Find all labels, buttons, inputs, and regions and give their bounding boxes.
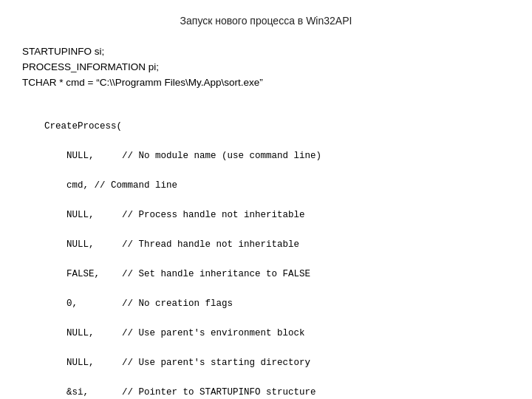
code-block: CreateProcess( NULL, // No module name (… (22, 104, 510, 399)
code-line-4: NULL, // Thread handle not inheritable (44, 239, 299, 250)
page-title: Запуск нового процесса в Win32API (22, 15, 510, 27)
code-line-5: FALSE, // Set handle inheritance to FALS… (44, 269, 310, 279)
code-line-1: NULL, // No module name (use command lin… (44, 151, 321, 161)
code-line-7: NULL, // Use parent's environment block (44, 328, 305, 338)
code-line-9: &si, // Pointer to STARTUPINFO structure (44, 387, 316, 398)
declaration-line-3: TCHAR * cmd = “C:\\Programm Files\My.App… (22, 75, 510, 91)
function-open: CreateProcess( (44, 121, 122, 132)
code-line-6: 0, // No creation flags (44, 299, 233, 309)
declarations-block: STARTUPINFO si; PROCESS_INFORMATION pi; … (22, 44, 510, 91)
code-line-3: NULL, // Process handle not inheritable (44, 210, 305, 220)
code-line-2: cmd, // Command line (44, 180, 177, 191)
declaration-line-1: STARTUPINFO si; (22, 44, 510, 60)
page-container: Запуск нового процесса в Win32API STARTU… (0, 0, 532, 399)
code-line-8: NULL, // Use parent's starting directory (44, 358, 310, 368)
declaration-line-2: PROCESS_INFORMATION pi; (22, 60, 510, 75)
